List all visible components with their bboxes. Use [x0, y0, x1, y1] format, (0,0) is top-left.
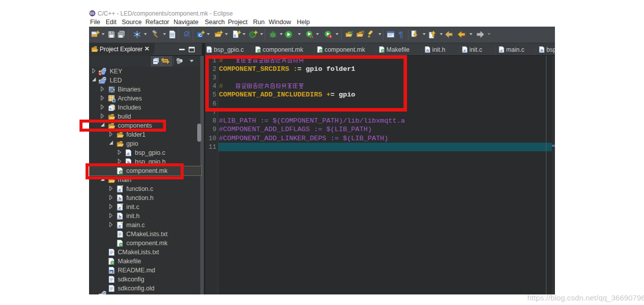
svg-text:101: 101: [170, 35, 175, 37]
svg-text:.c: .c: [126, 151, 130, 156]
svg-text:.c: .c: [118, 224, 121, 229]
svg-text:.h: .h: [118, 196, 122, 201]
svg-text:C: C: [199, 33, 202, 38]
svg-text:.h: .h: [118, 215, 122, 220]
svg-text:C: C: [103, 291, 106, 294]
svg-text:.h: .h: [425, 48, 429, 53]
svg-text:c: c: [234, 33, 236, 38]
svg-text:.h: .h: [539, 48, 543, 53]
svg-text:w: w: [110, 270, 113, 273]
svg-text:.c: .c: [462, 48, 466, 53]
svg-text:.c: .c: [118, 187, 121, 192]
svg-text:.c: .c: [499, 48, 503, 53]
svg-text:¶: ¶: [399, 31, 404, 39]
svg-text:.c: .c: [118, 206, 121, 211]
svg-text:.c: .c: [207, 48, 210, 53]
svg-text:C: C: [103, 68, 106, 71]
svg-text:h: h: [110, 107, 112, 111]
svg-text:C: C: [103, 77, 106, 80]
